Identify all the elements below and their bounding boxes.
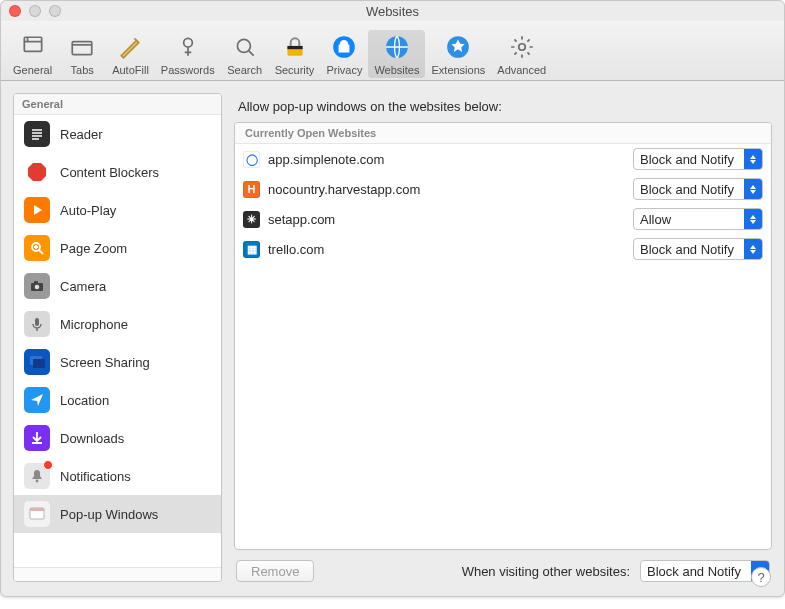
site-setting-select[interactable]: Block and Notify (633, 148, 763, 170)
svg-rect-15 (34, 281, 38, 284)
websites-rows: ◯ app.simplenote.com Block and Notify H … (235, 144, 771, 264)
svg-rect-18 (33, 359, 45, 368)
toolbar-privacy[interactable]: Privacy (320, 30, 368, 78)
websites-section-header: Currently Open Websites (235, 123, 771, 144)
site-setting-value: Block and Notify (634, 242, 744, 257)
toolbar-autofill-label: AutoFill (112, 64, 149, 76)
screenshare-icon (24, 349, 50, 375)
toolbar-autofill[interactable]: AutoFill (106, 30, 155, 78)
passwords-icon (173, 32, 203, 62)
maximize-button[interactable] (49, 5, 61, 17)
svg-point-14 (35, 285, 40, 290)
chevron-updown-icon (744, 149, 762, 169)
toolbar-search-label: Search (227, 64, 262, 76)
toolbar-websites[interactable]: Websites (368, 30, 425, 78)
site-row[interactable]: ▦ trello.com Block and Notify (235, 234, 771, 264)
toolbar-passwords[interactable]: Passwords (155, 30, 221, 78)
content-area: General Reader Content Blockers Auto-Pla… (1, 81, 784, 596)
toolbar-advanced-label: Advanced (497, 64, 546, 76)
notification-badge (43, 460, 53, 470)
svg-rect-21 (30, 508, 44, 511)
sidebar-item-label: Camera (60, 279, 106, 294)
window-title: Websites (1, 4, 784, 19)
toolbar: General Tabs AutoFill Passwords Search S… (1, 21, 784, 81)
sidebar-item-downloads[interactable]: Downloads (14, 419, 221, 457)
svg-rect-16 (35, 318, 39, 326)
sidebar-item-label: Reader (60, 127, 103, 142)
site-row[interactable]: ✳ setapp.com Allow (235, 204, 771, 234)
toolbar-passwords-label: Passwords (161, 64, 215, 76)
sidebar-item-notifications[interactable]: Notifications (14, 457, 221, 495)
sidebar-item-popups[interactable]: Pop-up Windows (14, 495, 221, 533)
toolbar-security-label: Security (275, 64, 315, 76)
sidebar-item-label: Pop-up Windows (60, 507, 158, 522)
traffic-lights (9, 5, 61, 17)
site-setting-select[interactable]: Allow (633, 208, 763, 230)
sidebar-item-mic[interactable]: Microphone (14, 305, 221, 343)
svg-rect-5 (287, 46, 302, 49)
bottom-controls: Remove When visiting other websites: Blo… (234, 550, 772, 582)
websites-list: Currently Open Websites ◯ app.simplenote… (234, 122, 772, 550)
chevron-updown-icon (744, 239, 762, 259)
sidebar-item-zoom[interactable]: Page Zoom (14, 229, 221, 267)
sidebar-item-screenshare[interactable]: Screen Sharing (14, 343, 221, 381)
websites-icon (382, 32, 412, 62)
svg-point-3 (237, 39, 250, 52)
chevron-updown-icon (744, 209, 762, 229)
sidebar-item-autoplay[interactable]: Auto-Play (14, 191, 221, 229)
preferences-window: Websites General Tabs AutoFill Passwords… (0, 0, 785, 597)
svg-point-19 (36, 480, 39, 483)
downloads-icon (24, 425, 50, 451)
sidebar-item-label: Microphone (60, 317, 128, 332)
close-button[interactable] (9, 5, 21, 17)
security-icon (280, 32, 310, 62)
toolbar-general-label: General (13, 64, 52, 76)
toolbar-tabs[interactable]: Tabs (58, 30, 106, 78)
sidebar-item-label: Location (60, 393, 109, 408)
popups-icon (24, 501, 50, 527)
sidebar-item-location[interactable]: Location (14, 381, 221, 419)
toolbar-tabs-label: Tabs (71, 64, 94, 76)
toolbar-general[interactable]: General (7, 30, 58, 78)
site-setting-value: Block and Notify (634, 152, 744, 167)
remove-button-label: Remove (251, 564, 299, 579)
chevron-updown-icon (744, 179, 762, 199)
advanced-icon (507, 32, 537, 62)
main-heading: Allow pop-up windows on the websites bel… (234, 93, 772, 122)
site-domain: nocountry.harvestapp.com (268, 182, 625, 197)
site-setting-value: Block and Notify (634, 182, 744, 197)
other-websites-select-value: Block and Notify (641, 564, 751, 579)
site-row[interactable]: ◯ app.simplenote.com Block and Notify (235, 144, 771, 174)
titlebar: Websites (1, 1, 784, 21)
sidebar-item-label: Downloads (60, 431, 124, 446)
blockers-icon (24, 159, 50, 185)
site-setting-select[interactable]: Block and Notify (633, 238, 763, 260)
toolbar-websites-label: Websites (374, 64, 419, 76)
main-panel: Allow pop-up windows on the websites bel… (234, 93, 772, 582)
favicon-icon: ✳ (243, 211, 260, 228)
toolbar-security[interactable]: Security (269, 30, 321, 78)
sidebar-item-label: Screen Sharing (60, 355, 150, 370)
toolbar-search[interactable]: Search (221, 30, 269, 78)
svg-rect-1 (72, 42, 92, 55)
site-setting-select[interactable]: Block and Notify (633, 178, 763, 200)
notifications-icon (24, 463, 50, 489)
sidebar-scrollbar[interactable] (14, 567, 221, 581)
toolbar-advanced[interactable]: Advanced (491, 30, 552, 78)
mic-icon (24, 311, 50, 337)
sidebar-list: Reader Content Blockers Auto-Play Page Z… (14, 115, 221, 567)
toolbar-privacy-label: Privacy (326, 64, 362, 76)
sidebar-item-reader[interactable]: Reader (14, 115, 221, 153)
site-row[interactable]: H nocountry.harvestapp.com Block and Not… (235, 174, 771, 204)
extensions-icon (443, 32, 473, 62)
favicon-icon: H (243, 181, 260, 198)
toolbar-extensions[interactable]: Extensions (425, 30, 491, 78)
remove-button[interactable]: Remove (236, 560, 314, 582)
minimize-button[interactable] (29, 5, 41, 17)
sidebar-item-camera[interactable]: Camera (14, 267, 221, 305)
favicon-icon: ▦ (243, 241, 260, 258)
toolbar-extensions-label: Extensions (431, 64, 485, 76)
help-button[interactable]: ? (751, 567, 771, 587)
sidebar-item-blockers[interactable]: Content Blockers (14, 153, 221, 191)
tabs-icon (67, 32, 97, 62)
